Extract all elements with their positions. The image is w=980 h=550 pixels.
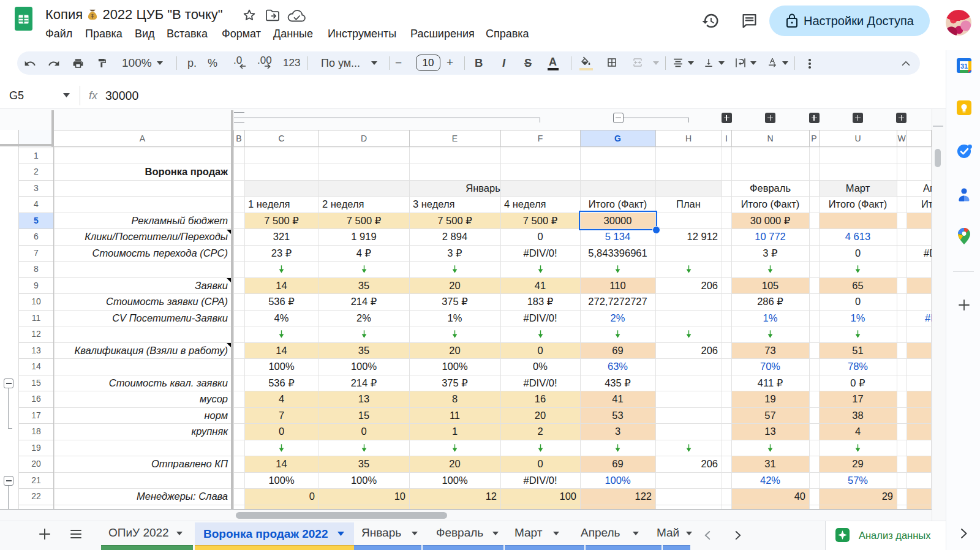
svg-text:31: 31 [960,62,968,70]
